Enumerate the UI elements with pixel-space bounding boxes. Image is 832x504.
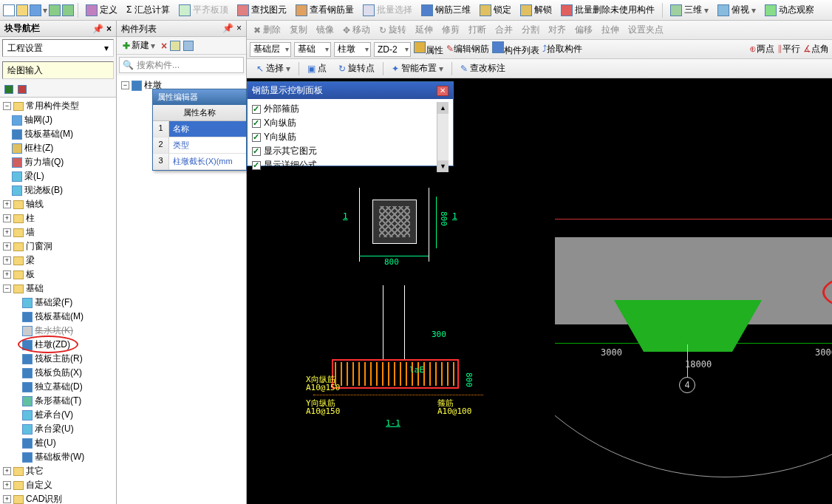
batchsel-button[interactable]: 批量选择 — [359, 1, 416, 18]
rebar-check-item[interactable]: Y向纵筋 — [252, 130, 437, 144]
break-button[interactable]: 打断 — [465, 22, 490, 38]
tree-cat[interactable]: +CAD识别 — [1, 492, 115, 504]
editrebar-button[interactable]: ✎编辑钢筋 — [446, 43, 489, 55]
pin-icon[interactable]: 📌 — [92, 24, 103, 34]
grip-button[interactable]: 设置夹点 — [624, 22, 667, 38]
view3d-button[interactable]: 三维▾ — [666, 1, 712, 18]
subtype-combo[interactable]: 柱墩 — [334, 42, 371, 57]
type-combo[interactable]: 基础 — [294, 42, 331, 57]
trim-button[interactable]: 修剪 — [438, 22, 463, 38]
tree-cat[interactable]: +轴线 — [1, 197, 115, 211]
tree-cat[interactable]: +梁 — [1, 253, 115, 268]
select-button[interactable]: ↖选择▾ — [253, 61, 294, 76]
tree-cat[interactable]: +墙 — [1, 225, 115, 239]
redo-icon[interactable] — [62, 4, 74, 16]
offset-button[interactable]: 偏移 — [571, 22, 596, 38]
prop-row[interactable]: 3柱墩截长(X)(mm — [153, 154, 246, 170]
grid3d-button[interactable]: 钢筋三维 — [417, 1, 474, 18]
level-button[interactable]: 平齐板顶 — [175, 1, 232, 18]
copy-icon[interactable] — [170, 41, 180, 51]
complist-button[interactable]: 构件列表 — [492, 41, 539, 57]
tree-leaf[interactable]: 筏板主筋(R) — [1, 352, 115, 366]
extend-button[interactable]: 延伸 — [412, 22, 437, 38]
tree-cat[interactable]: +自定义 — [1, 478, 115, 492]
corner-button[interactable]: ∡点角 — [803, 43, 829, 55]
tree-leaf[interactable]: 基础梁(F) — [1, 296, 115, 310]
close-icon[interactable]: × — [236, 23, 242, 34]
tree-leaf[interactable]: 筏板基础(M) — [1, 310, 115, 324]
rebar-check-item[interactable]: 外部箍筋 — [252, 102, 437, 116]
filter-icon[interactable] — [183, 41, 194, 51]
drawinput-button[interactable]: 绘图输入 — [2, 61, 114, 79]
open-icon[interactable] — [16, 4, 28, 16]
close-icon[interactable]: × — [106, 24, 112, 34]
delete-icon[interactable]: × — [161, 40, 167, 52]
tree-leaf[interactable]: 条形基础(T) — [1, 394, 115, 408]
close-icon[interactable]: ✕ — [437, 86, 449, 96]
pin-icon[interactable]: 📌 — [222, 23, 233, 34]
rebar-check-item[interactable]: 显示其它图元 — [252, 144, 437, 158]
rebarqty-button[interactable]: 查看钢筋量 — [292, 1, 358, 18]
save-icon[interactable] — [30, 4, 41, 16]
tree-leaf[interactable]: 桩(U) — [1, 436, 115, 450]
delete-button[interactable]: ✖删除 — [250, 22, 284, 38]
tree-cat-foundation[interactable]: −基础 — [1, 282, 115, 296]
comp-combo[interactable]: ZD-2 — [374, 42, 411, 57]
tree-icon-2[interactable] — [18, 85, 27, 94]
dynobs-button[interactable]: 动态观察 — [761, 1, 818, 18]
ortho-button[interactable]: 俯视▾ — [714, 1, 760, 18]
new-button[interactable]: ✚新建▾ — [120, 38, 158, 52]
tree-cat[interactable]: +柱 — [1, 211, 115, 225]
tree-leaf[interactable]: 梁(L) — [1, 169, 115, 183]
unlock-button[interactable]: 解锁 — [516, 1, 556, 18]
prop-row[interactable]: 1名称 — [153, 121, 246, 137]
tree-root[interactable]: −常用构件类型 — [1, 99, 115, 113]
modlabel-button[interactable]: ✎查改标注 — [457, 61, 509, 76]
prop-row[interactable]: 2类型 — [153, 137, 246, 154]
tree-leaf[interactable]: 承台梁(U) — [1, 422, 115, 436]
floor-combo[interactable]: 基础层 — [250, 42, 291, 57]
sumcalc-button[interactable]: Σ 汇总计算 — [123, 1, 174, 18]
point-button[interactable]: ▣点 — [304, 61, 330, 76]
tree-leaf[interactable]: 独立基础(D) — [1, 380, 115, 394]
tree-leaf[interactable]: 筏板负筋(X) — [1, 366, 115, 380]
tree-leaf[interactable]: 剪力墙(Q) — [1, 155, 115, 169]
smart-button[interactable]: ✦智能布置▾ — [388, 61, 447, 76]
new-icon[interactable] — [3, 4, 15, 16]
search-input[interactable]: 🔍 搜索构件... — [119, 57, 244, 73]
findelem-button[interactable]: 查找图元 — [233, 1, 290, 18]
rebar-check-item[interactable]: X向纵筋 — [252, 116, 437, 130]
join-button[interactable]: 合并 — [491, 22, 516, 38]
rebar-check-item[interactable]: 显示详细公式 — [252, 158, 437, 172]
tree-leaf[interactable]: 桩承台(V) — [1, 408, 115, 422]
pickcomp-button[interactable]: ⤴拾取构件 — [542, 43, 582, 55]
tree-leaf[interactable]: 筏板基础(M) — [1, 127, 115, 141]
twopoint-button[interactable]: ⊕两点 — [749, 43, 774, 55]
rotpoint-button[interactable]: ↻旋转点 — [335, 61, 378, 76]
tree-cat[interactable]: +门窗洞 — [1, 239, 115, 253]
rotate-button[interactable]: ↻旋转 — [375, 22, 410, 38]
model-canvas[interactable]: 3000 18000 3000 4 5 — [555, 78, 832, 504]
stretch-button[interactable]: 拉伸 — [598, 22, 623, 38]
dropdown-arrow-icon[interactable]: ▾ — [43, 5, 47, 16]
undo-icon[interactable] — [49, 4, 61, 16]
tree-cat[interactable]: +板 — [1, 268, 115, 282]
mirror-button[interactable]: 镜像 — [313, 22, 338, 38]
rebar-title[interactable]: 钢筋显示控制面板 ✕ — [248, 82, 453, 99]
tree-leaf-zhudun[interactable]: 柱墩(ZD) — [1, 338, 115, 352]
move-button[interactable]: ✥移动 — [339, 22, 374, 38]
split-button[interactable]: 分割 — [518, 22, 543, 38]
tree-leaf[interactable]: 轴网(J) — [1, 113, 115, 127]
define-button[interactable]: 定义 — [82, 1, 121, 18]
property-editor[interactable]: 属性编辑器 属性名称 1名称 2类型 3柱墩截长(X)(mm — [152, 89, 247, 171]
parallel-button[interactable]: ∥平行 — [777, 43, 800, 55]
tree-leaf[interactable]: 现浇板(B) — [1, 183, 115, 197]
lock-button[interactable]: 锁定 — [476, 1, 515, 18]
scroll-up-icon[interactable]: ▲ — [437, 102, 449, 114]
batchdel-button[interactable]: 批量删除未使用构件 — [557, 1, 658, 18]
scrollbar[interactable]: ▲ ▼ — [437, 102, 449, 172]
scroll-down-icon[interactable]: ▼ — [437, 160, 449, 172]
tree-icon[interactable] — [4, 85, 13, 94]
tree-leaf[interactable]: 集水坑(K) — [1, 324, 115, 338]
tree-leaf[interactable]: 基础板带(W) — [1, 450, 115, 464]
